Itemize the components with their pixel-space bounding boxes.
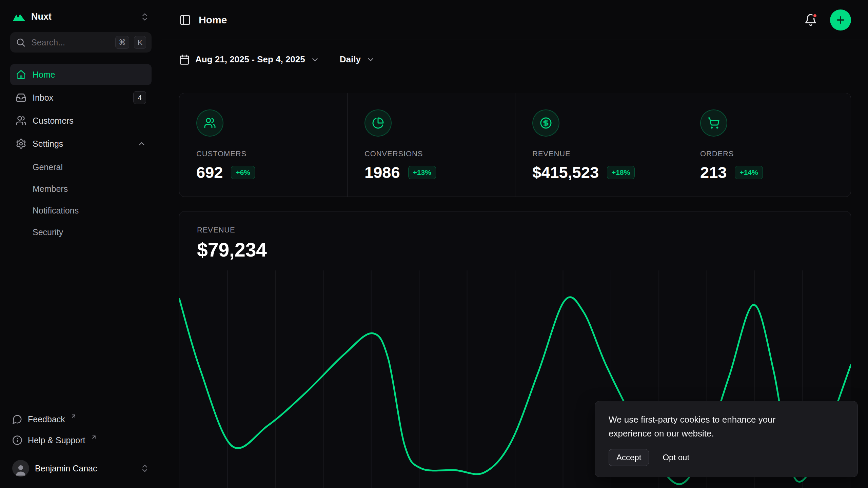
page-title: Home — [199, 14, 227, 26]
sidebar-item-label: General — [33, 162, 63, 172]
add-button[interactable] — [830, 9, 851, 30]
workspace-name: Nuxt — [31, 12, 52, 22]
sidebar-item-customers[interactable]: Customers — [10, 110, 152, 131]
sidebar-item-label: Security — [33, 227, 63, 237]
interval-label: Daily — [340, 54, 361, 65]
sidebar-item-general[interactable]: General — [10, 156, 152, 178]
stat-icon-ring — [532, 109, 559, 137]
avatar — [12, 460, 29, 477]
user-name: Benjamin Canac — [35, 464, 97, 473]
footer-link-label: Feedback — [28, 414, 65, 424]
settings-sub-nav: General Members Notifications Security — [10, 156, 152, 243]
notifications-button[interactable] — [804, 14, 817, 26]
stat-label: CUSTOMERS — [196, 149, 330, 158]
message-bubble-icon — [12, 414, 22, 424]
stat-icon-ring — [700, 109, 727, 137]
chevron-down-icon — [366, 55, 375, 64]
sidebar-item-label: Inbox — [33, 93, 53, 103]
topbar: Home — [162, 0, 868, 40]
stat-delta-badge: +14% — [735, 166, 763, 179]
stat-delta-badge: +18% — [607, 166, 635, 179]
optout-cookies-button[interactable]: Opt out — [663, 453, 689, 462]
sidebar-nav: Home Inbox 4 Customers Settings — [10, 64, 152, 243]
stat-label: REVENUE — [532, 149, 666, 158]
home-icon — [16, 69, 26, 80]
inbox-count-badge: 4 — [133, 91, 146, 104]
sidebar-item-label: Home — [33, 70, 55, 80]
help-support-link[interactable]: Help & Support — [10, 430, 152, 450]
external-link-icon — [91, 434, 97, 440]
chevrons-up-down-icon — [140, 464, 150, 473]
stat-value: 692 — [196, 163, 223, 182]
stat-card-orders[interactable]: ORDERS 213 +14% — [683, 93, 851, 197]
sidebar-item-label: Customers — [33, 116, 74, 126]
kbd-meta-key: ⌘ — [115, 36, 129, 49]
inbox-icon — [16, 92, 26, 103]
stat-value: 1986 — [364, 163, 400, 182]
date-range-label: Aug 21, 2025 - Sep 4, 2025 — [195, 54, 305, 65]
accept-cookies-button[interactable]: Accept — [609, 449, 649, 466]
cart-icon — [708, 117, 720, 129]
plus-icon — [835, 15, 846, 25]
sidebar-spacer — [10, 243, 152, 409]
pie-chart-icon — [372, 117, 384, 129]
notification-dot — [812, 13, 817, 18]
users-icon — [204, 117, 216, 129]
sidebar-item-inbox[interactable]: Inbox 4 — [10, 87, 152, 108]
workspace-switcher[interactable]: Nuxt — [10, 0, 152, 32]
date-range-picker[interactable]: Aug 21, 2025 - Sep 4, 2025 — [179, 54, 319, 65]
search-field[interactable] — [31, 37, 111, 48]
filterbar: Aug 21, 2025 - Sep 4, 2025 Daily — [162, 40, 868, 79]
sidebar: Nuxt ⌘ K Home Inb — [0, 0, 162, 488]
stat-card-conversions[interactable]: CONVERSIONS 1986 +13% — [347, 93, 515, 197]
search-icon — [16, 37, 26, 47]
sidebar-item-label: Notifications — [33, 206, 79, 216]
calendar-icon — [179, 54, 190, 65]
revenue-panel-label: REVENUE — [197, 226, 833, 235]
sidebar-footer: Feedback Help & Support — [10, 409, 152, 453]
user-menu[interactable]: Benjamin Canac — [10, 453, 152, 483]
sidebar-item-settings[interactable]: Settings — [10, 133, 152, 154]
sidebar-item-label: Members — [33, 184, 68, 194]
chevrons-up-down-icon — [140, 12, 150, 22]
stats-row: CUSTOMERS 692 +6% CONVERSIONS 1986 — [179, 93, 851, 197]
cookie-banner-actions: Accept Opt out — [609, 449, 844, 466]
revenue-panel-header: REVENUE $79,234 — [179, 211, 851, 270]
external-link-icon — [71, 413, 77, 419]
users-icon — [16, 115, 26, 126]
stat-value: $415,523 — [532, 163, 599, 182]
cookie-banner: We use first-party cookies to enhance yo… — [595, 401, 858, 477]
revenue-panel-value: $79,234 — [197, 239, 833, 261]
chevron-up-icon — [137, 139, 146, 148]
sidebar-item-security[interactable]: Security — [10, 221, 152, 243]
dollar-circle-icon — [540, 117, 552, 129]
stat-delta-badge: +13% — [408, 166, 436, 179]
sidebar-item-home[interactable]: Home — [10, 64, 152, 85]
sidebar-item-members[interactable]: Members — [10, 178, 152, 200]
search-input[interactable]: ⌘ K — [10, 32, 152, 53]
stat-delta-badge: +6% — [231, 166, 255, 179]
interval-select[interactable]: Daily — [340, 54, 375, 65]
stat-icon-ring — [196, 109, 223, 137]
topbar-actions — [804, 9, 851, 30]
stat-card-customers[interactable]: CUSTOMERS 692 +6% — [179, 93, 347, 197]
kbd-k-key: K — [134, 36, 146, 49]
stat-label: CONVERSIONS — [364, 149, 498, 158]
chevron-down-icon — [311, 55, 319, 64]
panel-left-icon[interactable] — [179, 14, 191, 26]
stat-icon-ring — [364, 109, 392, 137]
gear-icon — [16, 138, 26, 149]
feedback-link[interactable]: Feedback — [10, 409, 152, 429]
stat-value: 213 — [700, 163, 727, 182]
stat-label: ORDERS — [700, 149, 834, 158]
footer-link-label: Help & Support — [28, 435, 85, 445]
info-circle-icon — [12, 435, 22, 445]
sidebar-item-notifications[interactable]: Notifications — [10, 200, 152, 221]
cookie-banner-message: We use first-party cookies to enhance yo… — [609, 413, 809, 440]
sidebar-item-label: Settings — [33, 139, 63, 149]
nuxt-logo-icon — [12, 12, 26, 22]
stat-card-revenue[interactable]: REVENUE $415,523 +18% — [515, 93, 683, 197]
